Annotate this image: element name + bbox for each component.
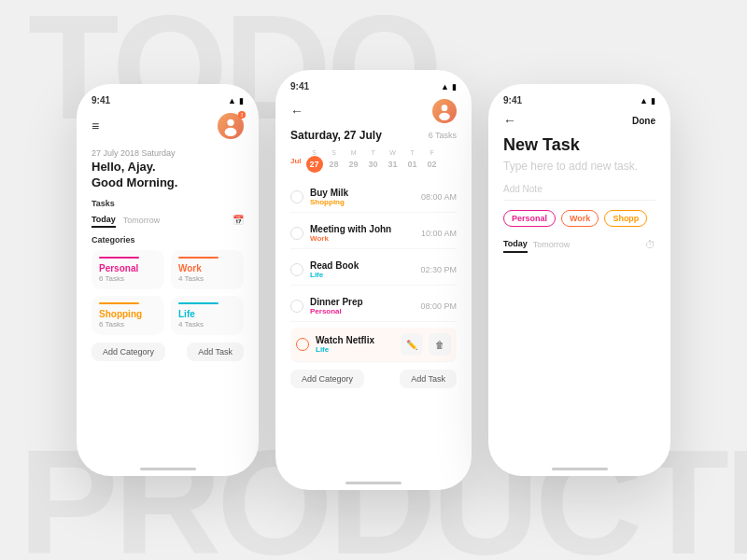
- add-task-btn-left[interactable]: Add Task: [187, 343, 244, 361]
- cat-count-life: 4 Tasks: [178, 320, 236, 329]
- tab-row-left: Today Tomorrow 📅: [92, 213, 244, 228]
- bottom-actions-center: Add Category Add Task: [290, 370, 457, 388]
- task-meeting[interactable]: Meeting with John Work 10:00 AM: [290, 218, 457, 249]
- task-cat-2: Work: [310, 234, 415, 243]
- date-chip-today[interactable]: Today: [503, 236, 528, 253]
- battery-icon: ▮: [239, 96, 244, 105]
- status-bar-center: 9:41 ▲ ▮: [290, 81, 457, 91]
- add-category-btn-center[interactable]: Add Category: [290, 370, 364, 388]
- task-time-3: 02:30 PM: [420, 265, 457, 274]
- chip-personal[interactable]: Personal: [503, 210, 556, 227]
- right-header: ← Done: [503, 113, 655, 128]
- task-netflix[interactable]: Watch Netflix Life ✏️ 🗑: [290, 328, 457, 362]
- wifi-icon: ▲: [228, 96, 236, 105]
- tasks-label-left: Tasks: [92, 199, 244, 208]
- cat-work[interactable]: Work 4 Tasks: [171, 250, 244, 289]
- task-name-5: Watch Netflix: [316, 335, 394, 345]
- battery-icon-center: ▮: [452, 82, 457, 91]
- home-indicator-left: [140, 468, 196, 470]
- date-row-center: Saturday, 27 July 6 Tasks: [290, 129, 457, 142]
- delete-icon[interactable]: 🗑: [429, 333, 451, 356]
- cal-day-30[interactable]: T 30: [365, 149, 382, 173]
- task-read-book[interactable]: Read Book Life 02:30 PM: [290, 255, 457, 286]
- done-button-right[interactable]: Done: [632, 116, 655, 126]
- status-icons-center: ▲ ▮: [441, 82, 457, 91]
- task-circle-2: [290, 227, 303, 240]
- add-note-label[interactable]: Add Note: [503, 184, 655, 201]
- new-task-title: New Task: [503, 135, 655, 155]
- task-name-4: Dinner Prep: [310, 297, 414, 307]
- task-time-4: 08:00 PM: [420, 301, 457, 311]
- phone-right-content: 9:41 ▲ ▮ ← Done New Task Type here to ad…: [488, 84, 670, 476]
- task-circle-4: [290, 300, 303, 313]
- task-circle-3: [290, 263, 303, 276]
- task-name-2: Meeting with John: [310, 224, 415, 234]
- cat-shopping[interactable]: Shopping 6 Tasks: [92, 296, 164, 335]
- category-chips-right: Personal Work Shopp: [503, 210, 655, 227]
- task-cat-1: Shopping: [310, 198, 415, 206]
- cal-day-31[interactable]: W 31: [385, 149, 402, 173]
- cal-day-02[interactable]: F 02: [424, 149, 441, 173]
- cal-day-01[interactable]: T 01: [404, 149, 421, 173]
- task-dinner[interactable]: Dinner Prep Personal 08:00 PM: [290, 291, 457, 322]
- wifi-icon-right: ▲: [640, 96, 648, 105]
- cat-life[interactable]: Life 4 Tasks: [171, 296, 244, 335]
- chip-work[interactable]: Work: [561, 210, 599, 227]
- cat-bar-shopping: [99, 302, 139, 304]
- cal-day-28[interactable]: S 28: [326, 149, 343, 173]
- task-cat-5: Life: [316, 345, 394, 354]
- task-buy-milk[interactable]: Buy Milk Shopping 08:00 AM: [290, 182, 457, 213]
- svg-point-3: [439, 113, 450, 120]
- add-category-btn-left[interactable]: Add Category: [92, 343, 165, 361]
- tab-today-left[interactable]: Today: [92, 213, 116, 228]
- svg-point-1: [225, 128, 237, 136]
- date-greeting: 27 July 2018 Saturday Hello, Ajay. Good …: [92, 148, 244, 191]
- cat-personal[interactable]: Personal 6 Tasks: [92, 250, 164, 289]
- cal-day-29[interactable]: M 29: [345, 149, 362, 173]
- cat-count-personal: 6 Tasks: [99, 274, 157, 283]
- cat-bar-work: [178, 257, 218, 259]
- edit-icon[interactable]: ✏️: [401, 333, 423, 356]
- back-arrow-center[interactable]: ←: [290, 104, 303, 119]
- battery-icon-right: ▮: [651, 96, 655, 105]
- date-chips-right: Today Tomorrow ⏱: [503, 236, 655, 253]
- task-actions-5: ✏️ 🗑: [401, 333, 451, 356]
- date-chip-tomorrow[interactable]: Tomorrow: [533, 237, 571, 252]
- add-task-btn-center[interactable]: Add Task: [400, 370, 457, 388]
- task-cat-3: Life: [310, 271, 414, 279]
- cal-day-27[interactable]: S 27: [306, 149, 323, 173]
- clock-icon-right[interactable]: ⏱: [645, 239, 655, 250]
- cat-name-life: Life: [178, 309, 236, 319]
- task-time-1: 08:00 AM: [421, 192, 457, 202]
- task-time-2: 10:00 AM: [421, 229, 457, 238]
- task-info-2: Meeting with John Work: [310, 224, 415, 243]
- task-info-4: Dinner Prep Personal: [310, 297, 414, 315]
- status-bar-left: 9:41 ▲ ▮: [92, 95, 244, 105]
- hamburger-icon[interactable]: ≡: [92, 119, 99, 133]
- categories-label: Categories: [92, 235, 244, 245]
- cat-name-shopping: Shopping: [99, 309, 157, 319]
- month-label: Jul: [290, 157, 302, 165]
- greeting: Hello, Ajay. Good Morning.: [92, 160, 244, 191]
- calendar-icon-left[interactable]: 📅: [233, 215, 244, 225]
- task-name-3: Read Book: [310, 260, 414, 271]
- status-time-right: 9:41: [503, 95, 522, 105]
- tab-tomorrow-left[interactable]: Tomorrow: [123, 214, 161, 227]
- status-time-center: 9:41: [290, 81, 309, 91]
- phone-left-content: 9:41 ▲ ▮ ≡ 3 27 July 2018 Satu: [77, 84, 259, 476]
- avatar-center[interactable]: [432, 99, 457, 123]
- task-info-1: Buy Milk Shopping: [310, 188, 415, 206]
- cat-name-personal: Personal: [99, 263, 157, 273]
- phone-center-content: 9:41 ▲ ▮ ← Saturday, 27 July 6 Tasks J: [275, 70, 472, 490]
- new-task-placeholder[interactable]: Type here to add new task.: [503, 159, 655, 175]
- task-info-3: Read Book Life: [310, 260, 414, 279]
- chip-shopping[interactable]: Shopp: [604, 210, 647, 227]
- phone-left: 9:41 ▲ ▮ ≡ 3 27 July 2018 Satu: [77, 84, 259, 476]
- avatar-bell[interactable]: 3: [218, 113, 244, 139]
- cat-count-shopping: 6 Tasks: [99, 320, 157, 329]
- status-icons-right: ▲ ▮: [640, 96, 655, 105]
- center-date: Saturday, 27 July: [290, 129, 382, 142]
- back-arrow-right[interactable]: ←: [503, 113, 516, 128]
- categories-grid: Personal 6 Tasks Work 4 Tasks Shopping 6…: [92, 250, 244, 335]
- cat-bar-personal: [99, 257, 139, 259]
